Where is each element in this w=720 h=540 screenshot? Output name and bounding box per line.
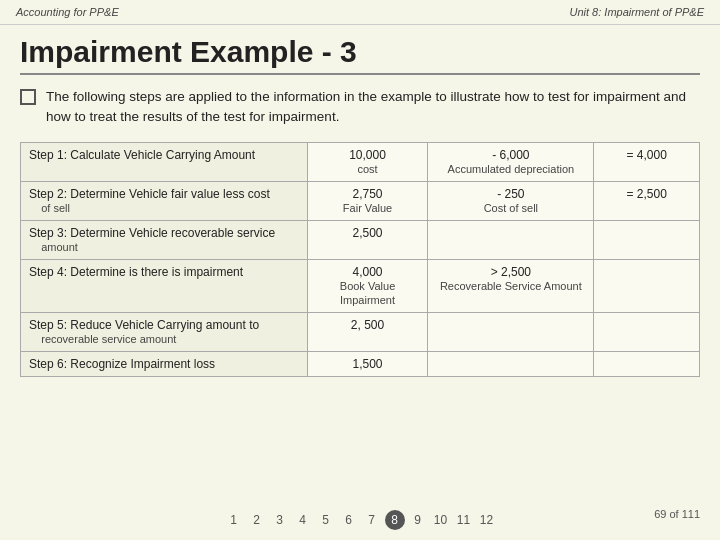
table-row: Step 1: Calculate Vehicle Carrying Amoun… xyxy=(21,142,700,181)
val1-cell-4: 2, 500 xyxy=(307,312,428,351)
val1-cell-2: 2,500 xyxy=(307,220,428,259)
val3-cell-3 xyxy=(594,259,700,312)
page-num-11[interactable]: 11 xyxy=(454,510,474,530)
description-text: The following steps are applied to the i… xyxy=(46,87,700,128)
page-num-8[interactable]: 8 xyxy=(385,510,405,530)
table-row: Step 3: Determine Vehicle recoverable se… xyxy=(21,220,700,259)
page-num-5[interactable]: 5 xyxy=(316,510,336,530)
step-label: Step 5: Reduce Vehicle Carrying amount t… xyxy=(29,318,259,332)
val2-cell-3: > 2,500Recoverable Service Amount xyxy=(428,259,594,312)
val2-cell-2 xyxy=(428,220,594,259)
page-num-2[interactable]: 2 xyxy=(247,510,267,530)
step-sub: recoverable service amount xyxy=(29,333,176,345)
step-cell-2: Step 3: Determine Vehicle recoverable se… xyxy=(21,220,308,259)
val1-cell-1: 2,750Fair Value xyxy=(307,181,428,220)
page-num-7[interactable]: 7 xyxy=(362,510,382,530)
header-right: Unit 8: Impairment of PP&E xyxy=(570,6,705,18)
val3-cell-1: = 2,500 xyxy=(594,181,700,220)
page-num-10[interactable]: 10 xyxy=(431,510,451,530)
val2-cell-4 xyxy=(428,312,594,351)
table-row: Step 2: Determine Vehicle fair value les… xyxy=(21,181,700,220)
footer: 123456789101112 69 of 111 xyxy=(0,510,720,530)
table-row: Step 6: Recognize Impairment loss1,500 xyxy=(21,351,700,376)
main-content: Impairment Example - 3 The following ste… xyxy=(0,25,720,385)
page-info: 69 of 111 xyxy=(654,508,700,520)
step-cell-0: Step 1: Calculate Vehicle Carrying Amoun… xyxy=(21,142,308,181)
step-label: Step 4: Determine is there is impairment xyxy=(29,265,243,279)
val2-cell-5 xyxy=(428,351,594,376)
val1-cell-0: 10,000cost xyxy=(307,142,428,181)
val2-cell-1: - 250Cost of sell xyxy=(428,181,594,220)
val3-cell-5 xyxy=(594,351,700,376)
table-row: Step 5: Reduce Vehicle Carrying amount t… xyxy=(21,312,700,351)
page-num-1[interactable]: 1 xyxy=(224,510,244,530)
step-sub: of sell xyxy=(29,202,70,214)
page-num-12[interactable]: 12 xyxy=(477,510,497,530)
val2-cell-0: - 6,000Accumulated depreciation xyxy=(428,142,594,181)
val2-sub: Accumulated depreciation xyxy=(448,163,575,175)
val1-sub: cost xyxy=(357,163,377,175)
table-row: Step 4: Determine is there is impairment… xyxy=(21,259,700,312)
val1-cell-3: 4,000Book Value Impairment xyxy=(307,259,428,312)
bullet-icon xyxy=(20,89,36,105)
step-label: Step 3: Determine Vehicle recoverable se… xyxy=(29,226,275,240)
page-num-6[interactable]: 6 xyxy=(339,510,359,530)
val1-sub: Fair Value xyxy=(343,202,392,214)
header: Accounting for PP&E Unit 8: Impairment o… xyxy=(0,0,720,25)
val1-sub: Book Value Impairment xyxy=(340,280,395,306)
val3-cell-0: = 4,000 xyxy=(594,142,700,181)
steps-table: Step 1: Calculate Vehicle Carrying Amoun… xyxy=(20,142,700,377)
val2-sub: Recoverable Service Amount xyxy=(440,280,582,292)
val2-sub: Cost of sell xyxy=(484,202,538,214)
step-label: Step 6: Recognize Impairment loss xyxy=(29,357,215,371)
step-cell-1: Step 2: Determine Vehicle fair value les… xyxy=(21,181,308,220)
step-sub: amount xyxy=(29,241,78,253)
step-cell-4: Step 5: Reduce Vehicle Carrying amount t… xyxy=(21,312,308,351)
step-cell-5: Step 6: Recognize Impairment loss xyxy=(21,351,308,376)
val3-cell-2 xyxy=(594,220,700,259)
step-label: Step 1: Calculate Vehicle Carrying Amoun… xyxy=(29,148,255,162)
page-title: Impairment Example - 3 xyxy=(20,35,700,75)
description-block: The following steps are applied to the i… xyxy=(20,87,700,128)
page-num-3[interactable]: 3 xyxy=(270,510,290,530)
page-num-4[interactable]: 4 xyxy=(293,510,313,530)
step-cell-3: Step 4: Determine is there is impairment xyxy=(21,259,308,312)
step-label: Step 2: Determine Vehicle fair value les… xyxy=(29,187,270,201)
page-num-9[interactable]: 9 xyxy=(408,510,428,530)
val1-cell-5: 1,500 xyxy=(307,351,428,376)
val3-cell-4 xyxy=(594,312,700,351)
header-left: Accounting for PP&E xyxy=(16,6,119,18)
